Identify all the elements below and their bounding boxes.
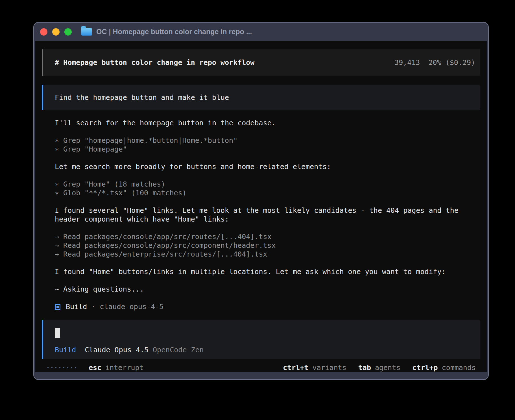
token-count: 39,413 — [394, 58, 420, 67]
agent-model: claude-opus-4-5 — [100, 302, 163, 311]
minimize-button[interactable] — [52, 28, 60, 36]
assistant-paragraph: Let me search more broadly for buttons a… — [55, 162, 480, 171]
user-message: Find the homepage button and make it blu… — [42, 85, 480, 110]
build-agent-icon — [55, 304, 60, 310]
tool-call-read: → Read packages/console/app/src/routes/[… — [55, 232, 480, 241]
activity-dot — [71, 367, 72, 368]
activity-dot — [55, 367, 56, 368]
input-provider: OpenCode Zen — [153, 345, 204, 354]
shortcut-group: ctrl+t variants tab agents ctrl+p comman… — [283, 363, 476, 372]
activity-dot — [59, 367, 60, 368]
window-controls — [40, 28, 72, 36]
assistant-paragraph: I'll search for the homepage button in t… — [55, 119, 480, 127]
shortcut-label: agents — [375, 363, 400, 372]
tool-call-grep: ∗ Grep "Home" (18 matches) — [55, 180, 480, 189]
input-model[interactable]: Claude Opus 4.5 — [85, 345, 149, 354]
shortcut-key: ctrl+t — [283, 363, 308, 372]
shortcut-label: variants — [312, 363, 346, 372]
text-cursor — [55, 328, 60, 338]
tool-call-grep: ∗ Grep "homepage|home.*button|Home.*butt… — [55, 136, 480, 145]
activity-dot — [51, 367, 53, 368]
user-message-text: Find the homepage button and make it blu… — [55, 93, 229, 102]
activity-dot — [67, 367, 68, 368]
assistant-paragraph: I found "Home" buttons/links in multiple… — [55, 267, 480, 276]
agent-name: Build — [66, 302, 87, 311]
shortcut-interrupt: esc interrupt — [89, 363, 144, 372]
activity-dot — [63, 367, 64, 368]
tool-call-group: → Read packages/console/app/src/routes/[… — [55, 232, 480, 259]
activity-dot — [47, 367, 49, 368]
tool-call-group: ∗ Grep "Home" (18 matches) ∗ Glob "**/*.… — [55, 180, 480, 197]
shortcut-agents: tab agents — [358, 363, 400, 372]
shortcut-key: ctrl+p — [412, 363, 438, 372]
context-usage: 20% ($0.29) — [428, 58, 475, 67]
terminal-content: # Homepage button color change in repo w… — [35, 41, 487, 372]
tool-call-read: → Read packages/console/app/src/componen… — [55, 241, 480, 250]
shortcut-label: interrupt — [105, 363, 143, 372]
tool-call-group: ∗ Grep "homepage|home.*button|Home.*butt… — [55, 136, 480, 154]
shortcut-label: commands — [442, 363, 476, 372]
maximize-button[interactable] — [64, 28, 72, 36]
activity-dots — [47, 367, 76, 368]
terminal-window: OC | Homepage button color change in rep… — [33, 22, 489, 380]
shortcut-key: tab — [358, 363, 371, 372]
close-button[interactable] — [40, 28, 47, 36]
session-title: # Homepage button color change in repo w… — [55, 58, 254, 67]
tool-call-glob: ∗ Glob "**/*.tsx" (100 matches) — [55, 189, 480, 197]
assistant-paragraph: I found several "Home" links. Let me loo… — [55, 206, 480, 224]
shortcut-key: esc — [89, 363, 101, 372]
shortcut-variants: ctrl+t variants — [283, 363, 346, 372]
agent-indicator: Build · claude-opus-4-5 — [55, 302, 480, 311]
activity-dot — [75, 367, 76, 368]
input-agent-mode[interactable]: Build — [55, 345, 76, 354]
window-title: OC | Homepage button color change in rep… — [96, 28, 252, 36]
desktop: OC | Homepage button color change in rep… — [0, 0, 515, 420]
session-header: # Homepage button color change in repo w… — [42, 49, 480, 76]
session-stats: 39,41320% ($0.29) — [394, 58, 475, 67]
working-status: ~ Asking questions... — [55, 285, 480, 294]
agent-separator: · — [91, 302, 95, 311]
status-bar: esc interrupt ctrl+t variants tab agents… — [42, 363, 480, 372]
shortcut-commands: ctrl+p commands — [412, 363, 476, 372]
titlebar[interactable]: OC | Homepage button color change in rep… — [34, 23, 488, 41]
prompt-input[interactable]: Build Claude Opus 4.5 OpenCode Zen — [42, 320, 480, 359]
tool-call-grep: ∗ Grep "Homepage" — [55, 145, 480, 154]
tool-call-read: → Read packages/enterprise/src/routes/[.… — [55, 250, 480, 259]
input-meta: Build Claude Opus 4.5 OpenCode Zen — [55, 345, 475, 354]
assistant-response: I'll search for the homepage button in t… — [55, 119, 480, 311]
folder-icon — [81, 28, 92, 36]
